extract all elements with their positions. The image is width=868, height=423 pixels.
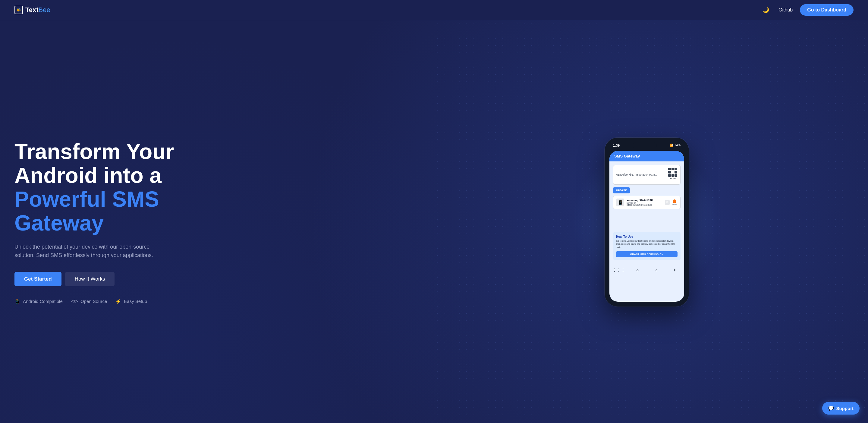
qr-section: SCAN xyxy=(668,168,677,179)
scan-cell-2 xyxy=(672,168,674,170)
copy-icon[interactable]: ⧉ xyxy=(665,200,670,205)
code-icon: </> xyxy=(71,299,78,304)
back-nav-button[interactable]: ⋮⋮⋮ xyxy=(615,267,622,273)
how-to-use-text: Go to sms.vernu.dev/dashboard and click … xyxy=(616,239,678,249)
update-row: UPDATE xyxy=(613,187,681,193)
hero-left: Transform Your Android into a Powerful S… xyxy=(14,140,440,304)
device-id-label: Device ID xyxy=(627,202,662,204)
github-link[interactable]: Github xyxy=(778,7,793,13)
scan-cell-3 xyxy=(675,168,677,170)
badge-open-source: </> Open Source xyxy=(71,299,107,304)
theme-toggle-button[interactable]: 🌙 xyxy=(761,4,771,16)
how-to-use-title: How To Use xyxy=(616,235,678,238)
device-icon: 📱 xyxy=(616,199,624,206)
title-line1: Transform Your xyxy=(14,139,174,164)
badge-easy-setup: ⚡ Easy Setup xyxy=(116,299,147,304)
chat-icon: 💬 xyxy=(828,405,834,411)
signal-icon: 📶 xyxy=(670,144,673,147)
title-line2: Android into a xyxy=(14,163,161,187)
support-label: Support xyxy=(836,406,854,411)
hero-right: 1:39 📶 74% SMS Gateway xyxy=(440,138,854,307)
scan-cell-4 xyxy=(668,171,671,173)
badge-android-label: Android Compatible xyxy=(23,299,63,304)
phone-notch xyxy=(632,142,657,148)
phone-mockup: 1:39 📶 74% SMS Gateway xyxy=(604,138,689,307)
phone-status-bar: 1:39 📶 74% xyxy=(610,142,684,151)
status-indicator xyxy=(673,199,676,203)
device-status: Status xyxy=(672,199,677,205)
phone-home-bar: ⋮⋮⋮ ○ ‹ ✦ xyxy=(610,264,684,275)
go-to-dashboard-button[interactable]: Go to Dashboard xyxy=(800,4,854,16)
navbar: 🐝 TextBee 🌙 Github Go to Dashboard xyxy=(0,0,868,20)
how-to-use-section: How To Use Go to sms.vernu.dev/dashboard… xyxy=(613,232,681,260)
scan-cell-9 xyxy=(675,174,677,177)
logo-symbol: 🐝 xyxy=(17,8,21,12)
how-it-works-button[interactable]: How It Works xyxy=(65,272,115,286)
scan-cell-7 xyxy=(668,174,671,177)
title-line4: Gateway xyxy=(14,211,104,235)
logo-text: TextBee xyxy=(25,6,50,14)
navbar-right: 🌙 Github Go to Dashboard xyxy=(761,4,854,16)
phone-time: 1:39 xyxy=(613,144,620,147)
app-header: SMS Gateway xyxy=(610,151,684,162)
scan-label: SCAN xyxy=(670,177,676,179)
scan-cell-1 xyxy=(668,168,671,170)
device-id-value: 646600fa5daf95f6efc23e91 xyxy=(627,204,662,206)
brand-logo[interactable]: 🐝 TextBee xyxy=(14,6,50,14)
api-key-text: 01ae6f20-7b17-4890-aec4-9a381 xyxy=(616,173,666,176)
app-content: 01ae6f20-7b17-4890-aec4-9a381 xyxy=(610,162,684,264)
menu-nav-button[interactable]: ✦ xyxy=(672,267,678,273)
hero-badges: 📱 Android Compatible </> Open Source ⚡ E… xyxy=(14,299,428,304)
status-label: Status xyxy=(672,204,677,205)
support-button[interactable]: 💬 Support xyxy=(822,402,860,415)
hero-section: Transform Your Android into a Powerful S… xyxy=(0,20,868,423)
hero-subtitle: Unlock the potential of your device with… xyxy=(14,243,171,260)
scan-cell-5 xyxy=(672,171,674,173)
brand-name-bold: Text xyxy=(25,6,38,13)
battery-icon: 74% xyxy=(675,144,681,147)
hero-title: Transform Your Android into a Powerful S… xyxy=(14,140,428,235)
get-started-button[interactable]: Get Started xyxy=(14,272,61,286)
device-name: samsung SM-M115F xyxy=(627,199,662,202)
android-icon: 📱 xyxy=(14,299,21,304)
scan-grid xyxy=(668,168,677,177)
phone-container: 1:39 📶 74% SMS Gateway xyxy=(604,138,689,307)
grant-sms-button[interactable]: GRANT SMS PERMISSION xyxy=(616,251,678,257)
logo-icon: 🐝 xyxy=(14,6,23,14)
recents-nav-button[interactable]: ‹ xyxy=(653,267,659,273)
moon-icon: 🌙 xyxy=(763,7,769,13)
badge-easy-setup-label: Easy Setup xyxy=(124,299,147,304)
brand-name-light: Bee xyxy=(38,6,50,13)
phone-screen: SMS Gateway 01ae6f20-7b17-4890-aec4-9a38… xyxy=(610,151,684,302)
app-title: SMS Gateway xyxy=(614,154,640,159)
badge-android: 📱 Android Compatible xyxy=(14,299,63,304)
title-line3: Powerful SMS xyxy=(14,187,159,211)
device-info: samsung SM-M115F Device ID 646600fa5daf9… xyxy=(627,199,662,206)
phone-icons: 📶 74% xyxy=(670,144,681,147)
scan-icon-box: SCAN xyxy=(668,168,677,179)
hero-buttons: Get Started How It Works xyxy=(14,272,428,286)
device-card: 📱 samsung SM-M115F Device ID 646600fa5da… xyxy=(613,196,681,209)
lightning-icon: ⚡ xyxy=(116,299,121,304)
update-button[interactable]: UPDATE xyxy=(613,187,630,193)
scan-cell-6 xyxy=(675,171,677,173)
badge-open-source-label: Open Source xyxy=(81,299,107,304)
api-key-row: 01ae6f20-7b17-4890-aec4-9a381 xyxy=(613,165,681,185)
spacer xyxy=(613,212,681,230)
scan-cell-8 xyxy=(672,174,674,177)
home-nav-button[interactable]: ○ xyxy=(634,267,641,273)
